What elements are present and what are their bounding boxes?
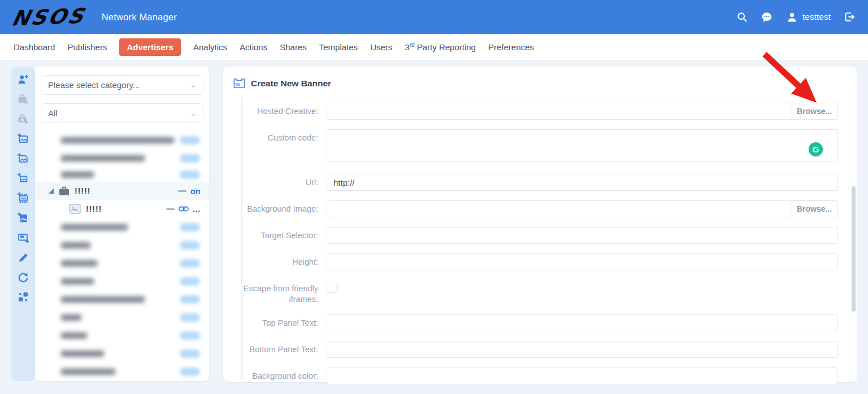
- field-height: Height:: [237, 253, 838, 270]
- tree-item-redacted[interactable]: [35, 236, 209, 254]
- field-label: Background color:: [237, 367, 318, 384]
- network-manager-app: NSOS Network Manager testtest Dashboard …: [0, 0, 868, 394]
- blocks-icon[interactable]: [17, 291, 29, 303]
- tree-item-redacted[interactable]: [35, 218, 209, 236]
- background-image-browse-button[interactable]: Browse...: [791, 200, 838, 217]
- advertiser-status: on: [178, 186, 201, 196]
- tab-publishers[interactable]: Publishers: [67, 38, 107, 56]
- tree-item-redacted[interactable]: [35, 254, 209, 272]
- tab-preferences[interactable]: Preferences: [488, 38, 534, 56]
- tree-item-redacted[interactable]: [35, 272, 209, 290]
- target-selector-input[interactable]: [327, 227, 838, 244]
- field-label: Url:: [237, 174, 318, 191]
- field-bottom-panel-text: Bottom Panel Text:: [237, 341, 838, 358]
- field-hosted-creative: Hosted Creative: Browse...: [237, 103, 838, 120]
- username[interactable]: testtest: [802, 12, 831, 22]
- grammarly-icon[interactable]: G: [809, 142, 823, 156]
- add-banner-small-icon[interactable]: [17, 172, 29, 185]
- tree-item-redacted[interactable]: [35, 362, 209, 380]
- field-label: Custom code:: [237, 129, 318, 162]
- add-campaign-d-icon[interactable]: D: [17, 113, 29, 125]
- tree-item-redacted[interactable]: [35, 344, 209, 362]
- create-banner-panel: Create New Banner Hosted Creative: Brows…: [223, 67, 857, 382]
- field-label: Background Image:: [237, 200, 318, 217]
- user-icon[interactable]: [785, 11, 798, 23]
- topbar-actions: testtest: [736, 11, 856, 23]
- field-label: Top Panel Text:: [237, 314, 318, 331]
- add-banner-alt-icon[interactable]: [17, 152, 29, 165]
- add-user-icon[interactable]: [17, 73, 29, 86]
- scrollbar-thumb[interactable]: [852, 186, 856, 312]
- tab-actions[interactable]: Actions: [240, 38, 267, 56]
- edit-icon[interactable]: [17, 251, 29, 264]
- search-icon[interactable]: [736, 11, 748, 23]
- bottom-panel-text-input[interactable]: [327, 341, 838, 358]
- tab-dashboard[interactable]: Dashboard: [14, 38, 55, 56]
- chevron-down-icon: ⌄: [189, 110, 197, 117]
- category-select[interactable]: Please select category... ⌄: [41, 75, 203, 95]
- tab-users[interactable]: Users: [370, 38, 392, 56]
- top-bar: NSOS Network Manager testtest: [0, 0, 868, 34]
- top-panel-text-input[interactable]: [327, 314, 838, 331]
- vertical-scrollbar[interactable]: [848, 92, 857, 381]
- logout-icon[interactable]: [843, 11, 856, 23]
- briefcase-icon: [59, 186, 70, 196]
- height-input[interactable]: [327, 253, 838, 270]
- panel-header: Create New Banner: [223, 67, 857, 95]
- panel-title: Create New Banner: [251, 78, 331, 89]
- hosted-creative-browse-button[interactable]: Browse...: [791, 103, 838, 120]
- collapse-triangle-icon[interactable]: [49, 189, 54, 194]
- chat-icon[interactable]: [761, 11, 773, 23]
- app-title: Network Manager: [102, 12, 177, 23]
- add-banner-icon[interactable]: [17, 133, 29, 145]
- refresh-icon[interactable]: [17, 271, 29, 283]
- field-url: Url:: [237, 174, 838, 191]
- hosted-creative-input[interactable]: [327, 103, 838, 120]
- tab-3rd-party-reporting[interactable]: 3rd Party Reporting: [405, 38, 476, 56]
- banner-suffix[interactable]: ...: [193, 205, 201, 213]
- category-select-value: Please select category...: [48, 80, 140, 90]
- add-image-icon[interactable]: [17, 212, 29, 224]
- add-campaign-icon[interactable]: [17, 93, 29, 106]
- tree-item-redacted[interactable]: [35, 326, 209, 344]
- tree-item-redacted[interactable]: [35, 131, 209, 149]
- tab-advertisers[interactable]: Advertisers: [119, 38, 181, 56]
- field-target-selector: Target Selector:: [237, 227, 838, 244]
- custom-code-textarea[interactable]: [327, 129, 838, 162]
- field-escape-iframes: Escape from friendly iframes:: [237, 280, 838, 305]
- svg-text:D: D: [21, 117, 24, 122]
- tree-item-redacted[interactable]: [35, 167, 209, 182]
- sidebar-icon-rail: D: [11, 67, 35, 381]
- field-label: Target Selector:: [237, 227, 318, 244]
- field-top-panel-text: Top Panel Text:: [237, 314, 838, 331]
- tree-item-advertiser[interactable]: !!!!! on: [35, 182, 209, 200]
- create-banner-form: Hosted Creative: Browse... Custom code: …: [223, 103, 857, 394]
- chevron-down-icon: ⌄: [189, 81, 197, 89]
- escape-iframes-checkbox[interactable]: [327, 282, 338, 293]
- field-label: Hosted Creative:: [237, 103, 318, 120]
- field-label: Bottom Panel Text:: [237, 341, 318, 358]
- link-icon[interactable]: [179, 205, 189, 212]
- tab-analytics[interactable]: Analytics: [193, 38, 227, 56]
- banner-icon: [233, 78, 245, 89]
- banner-actions: ...: [166, 205, 201, 213]
- tree-item-banner[interactable]: !!!!! ...: [35, 200, 209, 218]
- tab-templates[interactable]: Templates: [319, 38, 358, 56]
- background-image-input[interactable]: [327, 200, 838, 217]
- field-background-color: Background color:: [237, 367, 838, 384]
- field-label: Escape from friendly iframes:: [237, 280, 318, 305]
- dash-icon: [166, 208, 175, 210]
- status-on[interactable]: on: [190, 186, 201, 196]
- brand-logo: NSOS: [10, 5, 88, 28]
- advertiser-tree: !!!!! on !!!!! ...: [35, 131, 209, 380]
- tab-shares[interactable]: Shares: [280, 38, 307, 56]
- tree-item-redacted[interactable]: [35, 149, 209, 167]
- url-input[interactable]: [327, 174, 838, 191]
- tree-item-redacted[interactable]: [35, 308, 209, 326]
- field-label: Height:: [237, 253, 318, 270]
- add-banner-strip-icon[interactable]: [17, 192, 29, 204]
- background-color-input[interactable]: [327, 367, 838, 384]
- add-panel-icon[interactable]: [17, 231, 29, 244]
- tree-item-redacted[interactable]: [35, 290, 209, 308]
- filter-select[interactable]: All ⌄: [41, 103, 203, 123]
